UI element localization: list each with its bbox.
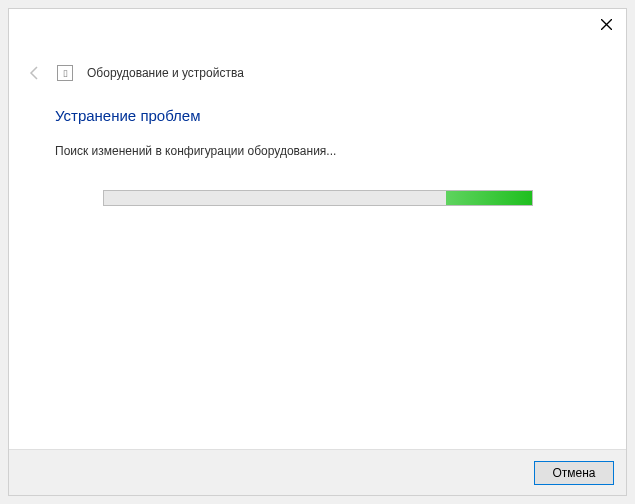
progress-fill — [446, 191, 532, 205]
close-icon — [601, 19, 612, 30]
close-button[interactable] — [586, 9, 626, 39]
hardware-icon: ▯ — [57, 65, 73, 81]
progress-wrap — [55, 190, 580, 206]
footer: Отмена — [9, 449, 626, 495]
titlebar — [9, 9, 626, 45]
status-text: Поиск изменений в конфигурации оборудова… — [55, 144, 580, 158]
page-title: Устранение проблем — [55, 107, 580, 124]
content-area: Устранение проблем Поиск изменений в кон… — [9, 81, 626, 449]
back-button — [27, 65, 43, 81]
troubleshooter-window: ▯ Оборудование и устройства Устранение п… — [8, 8, 627, 496]
cancel-button[interactable]: Отмена — [534, 461, 614, 485]
header-row: ▯ Оборудование и устройства — [9, 65, 626, 81]
breadcrumb-text: Оборудование и устройства — [87, 66, 244, 80]
back-arrow-icon — [27, 65, 43, 81]
progress-bar — [103, 190, 533, 206]
